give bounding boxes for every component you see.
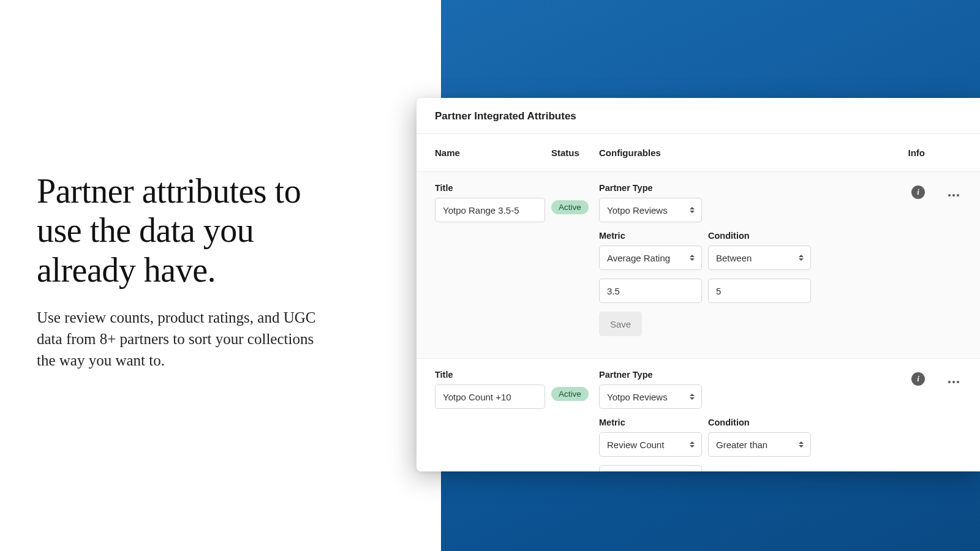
metric-label: Metric [599,418,702,427]
table-header-row: Name Status Configurables Info [417,134,980,172]
info-icon[interactable]: i [911,186,925,199]
more-actions-icon[interactable] [946,375,962,389]
column-header-info: Info [888,148,925,158]
column-header-status: Status [551,148,599,158]
select-arrows-icon [689,392,695,401]
condition-value: Greater than [716,440,767,450]
partner-type-value: Yotpo Reviews [607,205,668,216]
partner-type-label: Partner Type [599,370,702,380]
partner-type-select[interactable]: Yotpo Reviews [599,384,702,409]
select-arrows-icon [798,253,804,262]
condition-select[interactable]: Between [708,246,811,270]
partner-type-label: Partner Type [599,183,702,193]
metric-value: Average Rating [607,253,670,263]
partner-type-value: Yotpo Reviews [607,392,668,402]
save-button[interactable]: Save [599,312,642,336]
select-arrows-icon [689,206,695,214]
condition-select[interactable]: Greater than [708,432,811,457]
metric-label: Metric [599,231,702,241]
more-actions-icon[interactable] [946,189,962,202]
condition-label: Condition [708,231,811,241]
column-header-name: Name [435,148,551,158]
attribute-row: Title Active Partner Type Yotpo Reviews [417,359,980,471]
value-to-input[interactable] [708,279,811,303]
attributes-panel: Partner Integrated Attributes Name Statu… [417,98,980,471]
metric-value: Review Count [607,440,664,450]
info-icon[interactable]: i [911,372,925,386]
partner-type-select[interactable]: Yotpo Reviews [599,198,702,222]
select-arrows-icon [798,440,804,449]
metric-select[interactable]: Average Rating [599,246,702,270]
value-input[interactable] [599,465,702,471]
title-label: Title [435,183,545,193]
title-input[interactable] [435,384,545,409]
panel-title: Partner Integrated Attributes [417,98,980,134]
status-badge: Active [551,387,589,401]
select-arrows-icon [689,253,695,262]
value-from-input[interactable] [599,279,702,303]
title-label: Title [435,370,545,380]
hero-text-block: Partner attributes to use the data you a… [37,171,325,371]
hero-title: Partner attributes to use the data you a… [37,171,325,290]
select-arrows-icon [689,440,695,449]
title-input[interactable] [435,198,545,222]
condition-label: Condition [708,418,811,427]
column-header-configurables: Configurables [599,148,888,158]
condition-value: Between [716,253,752,263]
attribute-row: Title Active Partner Type Yotpo Reviews [417,172,980,359]
hero-subtitle: Use review counts, product ratings, and … [37,307,325,371]
status-badge: Active [551,200,589,214]
metric-select[interactable]: Review Count [599,432,702,457]
